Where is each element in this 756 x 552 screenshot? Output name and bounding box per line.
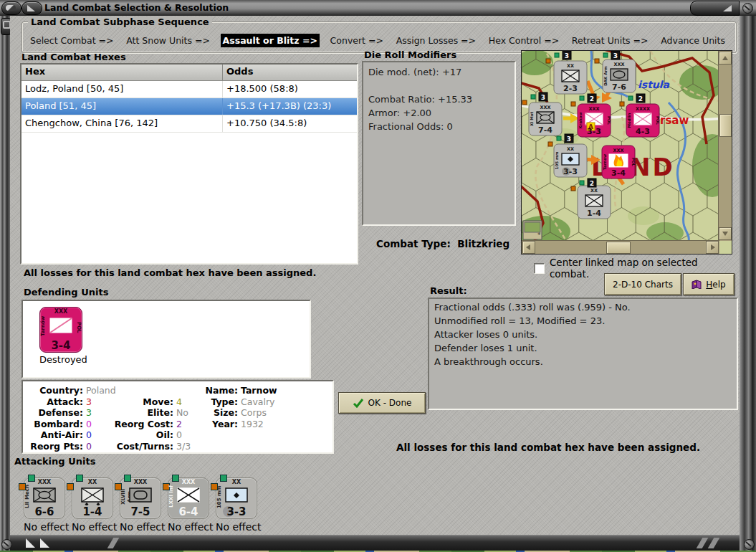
city-label-warsaw: rsaw (660, 114, 689, 127)
table-row-selected[interactable]: Poland [51, 45] +15.3 (+17.3B) (23:3) (21, 98, 357, 115)
defense-value: 3 (83, 407, 92, 418)
losses-assigned-message-2: All losses for this land combat hex have… (396, 442, 700, 453)
river-label: istula (638, 79, 670, 90)
map-counter-105mm[interactable]: XX 105 mm 3-3 (554, 144, 587, 177)
step-retreat-units: Retreat Units => (570, 34, 651, 47)
stack-badge: 3 (611, 51, 620, 60)
table-row[interactable]: Lodz, Poland [50, 45] +18.500 (58:8) (21, 81, 357, 98)
cavalry-symbol (49, 318, 72, 336)
defending-unit[interactable]: XXX Tarnów POL 3-4 Destroyed (39, 307, 81, 365)
check-icon (353, 398, 364, 408)
svg-text:Krakow: Krakow (578, 112, 583, 128)
unit-size-marking: XX (72, 479, 113, 485)
window-menu-button[interactable] (1, 1, 21, 15)
map-counter-3-4-burning[interactable]: XXX Tarnow POL 3-4 (602, 146, 636, 179)
losses-assigned-message: All losses for this land combat hex have… (24, 267, 316, 278)
table-row[interactable]: Chengchow, China [76, 142] +10.750 (34.5… (21, 115, 357, 133)
land-combat-hexes-table: Hex Odds Lodz, Poland [50, 45] +18.500 (… (20, 63, 358, 265)
scroll-left-button[interactable] (522, 241, 535, 254)
svg-text:XX: XX (590, 188, 598, 194)
svg-text:XXXX: XXXX (636, 106, 650, 112)
odds-cell: +10.750 (34.5:8) (223, 115, 357, 132)
svg-text:3-4: 3-4 (611, 168, 626, 178)
bombard-value: 0 (83, 419, 92, 429)
unit-counter-lxxi-inf[interactable]: XXX LXXI Inf 6-4 (168, 477, 209, 519)
horizontal-scroll-thumb[interactable] (606, 242, 631, 254)
unit-detail-panel: Country:Poland Attack:3 Defense:3 Bombar… (21, 380, 334, 454)
linked-map[interactable]: istula rsaw LAND (521, 50, 732, 254)
screw-decoration (742, 3, 753, 14)
charts-button[interactable]: 2-D-10 Charts (604, 273, 681, 295)
window-close-button[interactable] (690, 1, 740, 16)
unit-combat-values: 6-6 (24, 505, 64, 518)
unit-counter-105mm[interactable]: XX 105 mm 3-3 (216, 477, 257, 519)
scroll-up-button[interactable] (719, 52, 732, 65)
unit-counter-tarnow[interactable]: XXX Tarnów POL 3-4 (39, 307, 82, 353)
svg-text:3: 3 (541, 94, 545, 101)
bottom-bar-decoration (708, 538, 720, 548)
attack-value: 3 (83, 396, 92, 407)
unit-counter-lii-mech[interactable]: XXX LII Mech 6-6 (24, 477, 65, 519)
result-line: A breakthrough occurs. (434, 356, 737, 370)
map-canvas[interactable]: istula rsaw LAND (522, 51, 719, 241)
infantry-symbol (177, 487, 200, 505)
anti-air-value: 0 (83, 429, 92, 440)
vertical-scroll-thumb[interactable] (719, 114, 732, 137)
armor-symbol (129, 487, 152, 505)
scroll-down-button[interactable] (719, 227, 732, 240)
map-counter-7-6[interactable]: XXX DAK Arm 7-6 (603, 60, 636, 92)
svg-text:2-3: 2-3 (563, 84, 578, 93)
die-roll-title: Die Roll Modifiers (364, 49, 456, 60)
hexes-title: Land Combat Hexes (21, 52, 126, 62)
svg-text:XI Mot: XI Mot (530, 112, 534, 126)
oil-value: 0 (173, 429, 182, 440)
svg-text:XXX: XXX (540, 105, 550, 110)
unit-counter-xlviii-arm[interactable]: XXX XLVIII Arm 7-5 (120, 477, 161, 519)
step-hex-control: Hex Control => (487, 34, 561, 47)
result-line: Unmodified roll = 13, Modified = 23. (434, 315, 737, 329)
svg-text:3: 3 (613, 52, 618, 60)
fractional-odds: Fractional Odds: 0 (368, 121, 515, 135)
map-counter-4-3-pol[interactable]: XXXX Modlin POL 4-3 (626, 104, 660, 137)
svg-text:Modlin: Modlin (627, 113, 631, 128)
die-mod-net: Die mod. (net): +17 (368, 67, 515, 80)
center-map-checkbox[interactable] (534, 263, 545, 274)
svg-text:1-4: 1-4 (587, 209, 601, 218)
stack-badge: 2 (588, 94, 596, 103)
map-vertical-scrollbar[interactable] (718, 51, 732, 241)
svg-text:2: 2 (590, 180, 594, 187)
ok-done-button[interactable]: OK - Done (338, 392, 426, 414)
svg-text:XXX: XXX (588, 106, 599, 112)
attacking-unit[interactable]: XX 105 mm 3-3 No effect (216, 477, 266, 533)
unit-effect-label: No effect (120, 521, 170, 533)
odds-cell: +15.3 (+17.3B) (23:3) (223, 98, 357, 115)
result-title: Result: (430, 285, 467, 296)
title-bar[interactable]: Land Combat Selection & Resolution (0, 0, 756, 16)
map-counter-7-4[interactable]: XXX XI Mot 7-4 (529, 103, 562, 135)
unit-counter-1-4[interactable]: XX 1-4 (72, 477, 113, 519)
column-hex: Hex (21, 65, 223, 80)
name-value: Tarnow (238, 385, 277, 396)
result-panel: Fractional odds (.333) roll was (.959) -… (428, 298, 738, 410)
map-mini-icon[interactable]: * (523, 221, 542, 239)
result-line: Defender loses 1 unit. (434, 343, 737, 356)
svg-text:3: 3 (567, 135, 571, 143)
map-counter-1-4[interactable]: XX 1-4 (578, 186, 611, 219)
artillery-symbol (225, 487, 248, 505)
unit-combat-values: 1-4 (72, 505, 113, 518)
map-horizontal-scrollbar[interactable] (522, 240, 719, 254)
column-odds: Odds (223, 65, 357, 80)
svg-text:105 mm: 105 mm (555, 151, 559, 169)
land-combat-window: Land Combat Selection & Resolution Land … (0, 0, 756, 552)
subphase-title: Land Combat Subphase Sequence (28, 16, 212, 27)
map-counter-2-3[interactable]: XX 2-3 (554, 61, 587, 94)
hex-cell: Lodz, Poland [50, 45] (21, 81, 223, 97)
svg-text:DAK Arm: DAK Arm (603, 66, 608, 86)
scroll-right-button[interactable] (706, 241, 719, 254)
svg-text:7-6: 7-6 (612, 82, 626, 92)
map-counter-3-3-pol[interactable]: XXX Krakow POL A 3-3 (578, 104, 611, 137)
size-value: Corps (238, 407, 267, 418)
svg-text:7-4: 7-4 (538, 125, 552, 135)
window-minimize-button[interactable] (21, 1, 42, 15)
help-button[interactable]: Help (683, 273, 735, 295)
